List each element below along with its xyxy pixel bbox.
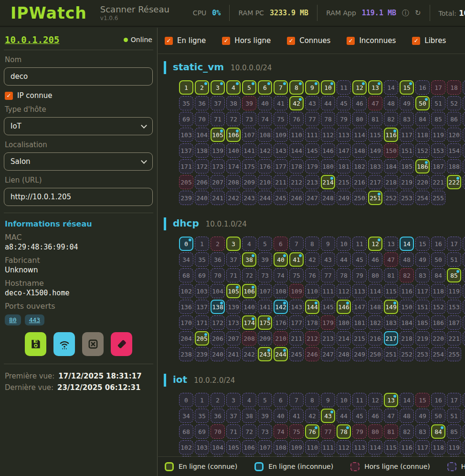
checkbox-check-icon[interactable]: ✓ [165,37,173,45]
ip-cell[interactable]: 174 [226,159,241,173]
ip-cell[interactable]: 221 [447,331,461,346]
ip-cell[interactable]: 15 [400,80,414,95]
ip-cell[interactable]: 108 [274,440,288,454]
ip-cell[interactable]: 121 [463,128,465,142]
ip-cell[interactable]: 38 [242,252,256,267]
ip-cell[interactable]: 205 [195,331,209,346]
ip-cell[interactable]: 40 [274,252,288,267]
ip-cell[interactable]: 251 [384,347,398,361]
ip-cell[interactable]: 218 [400,331,414,346]
ip-cell[interactable]: 105 [211,128,225,142]
ip-cell[interactable]: 14 [400,237,414,251]
ip-cell[interactable]: 223 [463,175,465,189]
ip-cell[interactable]: 114 [368,284,382,298]
ip-cell[interactable]: 44 [337,409,351,423]
ip-cell[interactable]: 118 [415,128,430,142]
ip-cell[interactable]: 81 [368,112,382,126]
ip-cell[interactable]: 52 [463,252,465,267]
ip-cell[interactable]: 85 [447,424,461,439]
ip-cell[interactable]: 247 [321,347,335,361]
ip-cell[interactable]: 4 [242,393,256,407]
ip-cell[interactable]: 84 [431,268,445,282]
ip-cell[interactable]: 41 [289,409,304,423]
ip-cell[interactable]: 77 [321,268,335,282]
ip-cell[interactable]: 81 [384,268,398,282]
ip-cell[interactable]: 105 [226,440,241,454]
ip-cell[interactable]: 115 [384,284,398,298]
ip-cell[interactable]: 104 [211,440,225,454]
ip-cell[interactable]: 74 [274,424,288,439]
ip-cell[interactable]: 80 [368,424,382,439]
ip-cell[interactable]: 208 [242,331,256,346]
ip-cell[interactable]: 173 [211,159,225,173]
ip-cell[interactable]: 48 [400,252,414,267]
ip-cell[interactable]: 187 [431,159,445,173]
ip-cell[interactable]: 3 [226,237,241,251]
ip-cell[interactable]: 111 [321,284,335,298]
ip-cell[interactable]: 106 [226,128,241,142]
ip-cell[interactable]: 72 [242,268,256,282]
ip-cell[interactable]: 43 [305,96,319,110]
ip-cell[interactable]: 243 [258,347,272,361]
ip-cell[interactable]: 118 [431,440,445,454]
ip-cell[interactable]: 182 [352,159,367,173]
ip-cell[interactable]: 148 [368,300,382,314]
filter-checkbox-libres[interactable]: ✓Libres [412,36,446,45]
ip-cell[interactable]: 109 [289,440,304,454]
ip-cell[interactable]: 119 [447,284,461,298]
ip-cell[interactable]: 171 [195,315,209,330]
ip-cell[interactable]: 6 [274,237,288,251]
ip-cell[interactable]: 9 [305,80,319,95]
ip-cell[interactable]: 136 [179,300,193,314]
ip-cell[interactable]: 152 [415,143,430,158]
ip-cell[interactable]: 83 [415,268,430,282]
ip-cell[interactable]: 69 [195,424,209,439]
ip-cell[interactable]: 145 [321,300,335,314]
ip-cell[interactable]: 142 [274,300,288,314]
ip-cell[interactable]: 185 [400,159,414,173]
ip-cell[interactable]: 39 [242,96,256,110]
ip-cell[interactable]: 16 [415,80,430,95]
ip-cell[interactable]: 70 [211,268,225,282]
ip-cell[interactable]: 109 [274,128,288,142]
ip-cell[interactable]: 47 [384,252,398,267]
ip-cell[interactable]: 170 [179,315,193,330]
ip-cell[interactable]: 40 [274,409,288,423]
ip-cell[interactable]: 83 [415,424,430,439]
ip-cell[interactable]: 244 [258,191,272,205]
ip-cell[interactable]: 48 [400,409,414,423]
ip-cell[interactable]: 155 [463,143,465,158]
ip-cell[interactable]: 75 [289,424,304,439]
ip-cell[interactable]: 11 [337,80,351,95]
ip-cell[interactable]: 77 [305,112,319,126]
ip-cell[interactable]: 74 [274,268,288,282]
ip-cell[interactable]: 76 [289,112,304,126]
ip-cell[interactable]: 76 [305,268,319,282]
ip-cell[interactable]: 214 [337,331,351,346]
ip-cell[interactable]: 152 [431,300,445,314]
ip-cell[interactable]: 82 [400,424,414,439]
ip-cell[interactable]: 41 [274,96,288,110]
ip-cell[interactable]: 213 [305,175,319,189]
ip-cell[interactable]: 42 [305,409,319,423]
ip-cell[interactable]: 252 [384,191,398,205]
host-type-select[interactable]: IoT [4,117,153,135]
ip-cell[interactable]: 171 [179,159,193,173]
ip-cell[interactable]: 189 [463,159,465,173]
ip-cell[interactable]: 239 [179,191,193,205]
ip-cell[interactable]: 0 [179,393,193,407]
ip-cell[interactable]: 110 [305,284,319,298]
ip-cell[interactable]: 6 [258,80,272,95]
ip-cell[interactable]: 206 [195,175,209,189]
wifi-scan-button[interactable] [53,332,75,356]
ip-cell[interactable]: 53 [463,96,465,110]
ip-cell[interactable]: 179 [305,159,319,173]
ip-cell[interactable]: 10 [337,237,351,251]
ip-cell[interactable]: 139 [226,300,241,314]
ip-cell[interactable]: 42 [289,96,304,110]
ip-cell[interactable]: 17 [447,393,461,407]
ip-cell[interactable]: 244 [274,347,288,361]
ip-cell[interactable]: 15 [415,237,430,251]
ip-cell[interactable]: 114 [368,440,382,454]
ip-cell[interactable]: 103 [179,128,193,142]
